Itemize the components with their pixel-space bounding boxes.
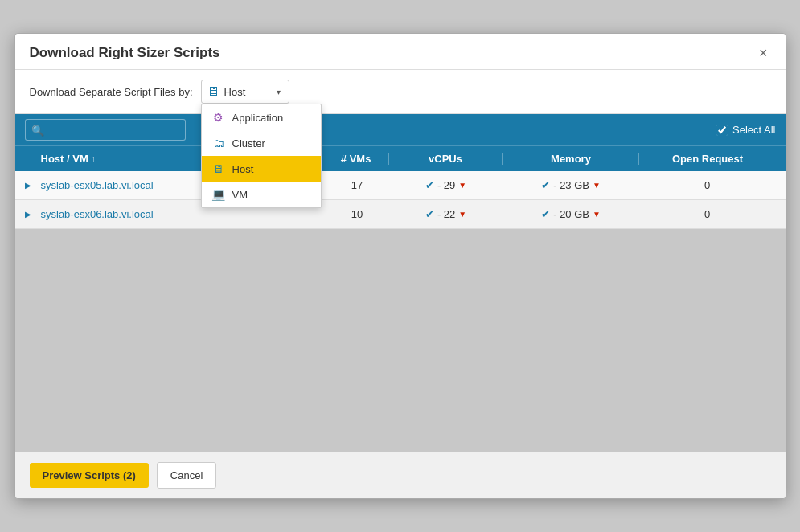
select-all-area[interactable]: Select All: [716, 124, 775, 136]
vcpus-down-icon-2: ▼: [458, 210, 466, 219]
row-host-2: syslab-esx06.lab.vi.local: [41, 208, 325, 220]
vcpus-down-icon-1: ▼: [458, 181, 466, 190]
memory-down-icon-1: ▼: [593, 181, 601, 190]
download-dialog: Download Right Sizer Scripts × Download …: [14, 33, 786, 499]
table-header-bar: 🔍 Select All: [15, 114, 786, 145]
search-icon: 🔍: [31, 124, 44, 136]
table-body: ▶ syslab-esx05.lab.vi.local 17 ✔ - 29 ▼ …: [15, 171, 786, 452]
memory-value-1: - 23 GB: [553, 179, 589, 191]
row-expand-btn-1[interactable]: ▶: [25, 181, 41, 190]
dropdown-selected-label: Host: [224, 86, 246, 98]
vcpus-value-2: - 22: [437, 208, 455, 220]
row-vcpus-2: ✔ - 22 ▼: [389, 208, 503, 220]
table-row: ▶ syslab-esx06.lab.vi.local 10 ✔ - 22 ▼ …: [15, 200, 786, 229]
cluster-icon: 🗂: [211, 136, 226, 150]
dialog-content: 🔍 Select All Host / VM ↑ # VMs vCPUs: [15, 114, 786, 452]
download-by-dropdown[interactable]: 🖥 Host ▾: [201, 80, 289, 104]
dropdown-item-cluster[interactable]: 🗂 Cluster: [202, 130, 321, 156]
memory-down-icon-2: ▼: [593, 210, 601, 219]
dropdown-menu: ⚙ Application 🗂 Cluster 🖥 Host 💻 VM: [201, 104, 322, 208]
toolbar-label: Download Separate Script Files by:: [30, 86, 193, 98]
sort-up-icon: ↑: [92, 154, 96, 163]
row-expand-btn-2[interactable]: ▶: [25, 210, 41, 219]
table-columns: Host / VM ↑ # VMs vCPUs Memory Open Requ…: [15, 145, 786, 171]
vcpus-value-1: - 29: [437, 179, 455, 191]
dialog-header: Download Right Sizer Scripts ×: [15, 34, 786, 70]
col-vcpus-header[interactable]: vCPUs: [388, 153, 503, 165]
dropdown-item-label-cluster: Cluster: [232, 137, 265, 149]
dropdown-item-label-host: Host: [232, 163, 254, 175]
table-row: ▶ syslab-esx05.lab.vi.local 17 ✔ - 29 ▼ …: [15, 171, 786, 200]
dropdown-item-label-vm: VM: [232, 189, 248, 201]
toolbar: Download Separate Script Files by: 🖥 Hos…: [15, 70, 786, 114]
vcpus-check-icon-2: ✔: [425, 208, 434, 220]
dialog-title: Download Right Sizer Scripts: [30, 45, 220, 61]
dropdown-arrow-icon: ▾: [277, 88, 281, 96]
search-wrapper: 🔍: [25, 119, 186, 141]
select-all-checkbox[interactable]: [716, 125, 728, 136]
dropdown-item-host[interactable]: 🖥 Host: [202, 156, 321, 182]
cancel-button[interactable]: Cancel: [157, 462, 216, 489]
row-memory-2: ✔ - 20 GB ▼: [503, 208, 639, 220]
dropdown-item-vm[interactable]: 💻 VM: [202, 182, 321, 207]
select-all-label: Select All: [732, 124, 775, 136]
row-openreq-1: 0: [639, 179, 776, 191]
row-vms-1: 17: [325, 179, 389, 191]
memory-check-icon-1: ✔: [541, 179, 550, 191]
dropdown-item-application[interactable]: ⚙ Application: [202, 104, 321, 130]
dropdown-host-icon: 🖥: [211, 162, 226, 176]
search-input[interactable]: [25, 119, 186, 141]
host-icon: 🖥: [207, 84, 219, 99]
row-openreq-2: 0: [639, 208, 776, 220]
dropdown-item-label-application: Application: [232, 112, 284, 124]
col-memory-label: Memory: [551, 153, 591, 165]
preview-scripts-button[interactable]: Preview Scripts (2): [30, 463, 149, 488]
memory-check-icon-2: ✔: [541, 208, 550, 220]
col-vcpus-label: vCPUs: [429, 153, 462, 165]
row-memory-1: ✔ - 23 GB ▼: [503, 179, 639, 191]
col-memory-header[interactable]: Memory: [502, 153, 638, 165]
col-openreq-header[interactable]: Open Request: [638, 153, 775, 165]
close-button[interactable]: ×: [756, 46, 771, 60]
dropdown-wrapper: 🖥 Host ▾ ⚙ Application 🗂 Cluster 🖥 Host: [201, 80, 289, 104]
row-vcpus-1: ✔ - 29 ▼: [389, 179, 503, 191]
col-vms-header[interactable]: # VMs: [324, 153, 388, 165]
col-host-label: Host / VM: [41, 153, 88, 165]
col-openreq-label: Open Request: [672, 153, 743, 165]
dialog-footer: Preview Scripts (2) Cancel: [15, 452, 786, 498]
application-icon: ⚙: [211, 110, 226, 125]
row-vms-2: 10: [325, 208, 389, 220]
memory-value-2: - 20 GB: [553, 208, 589, 220]
vm-icon: 💻: [211, 187, 226, 202]
vcpus-check-icon-1: ✔: [425, 179, 434, 191]
col-vms-label: # VMs: [341, 153, 371, 165]
